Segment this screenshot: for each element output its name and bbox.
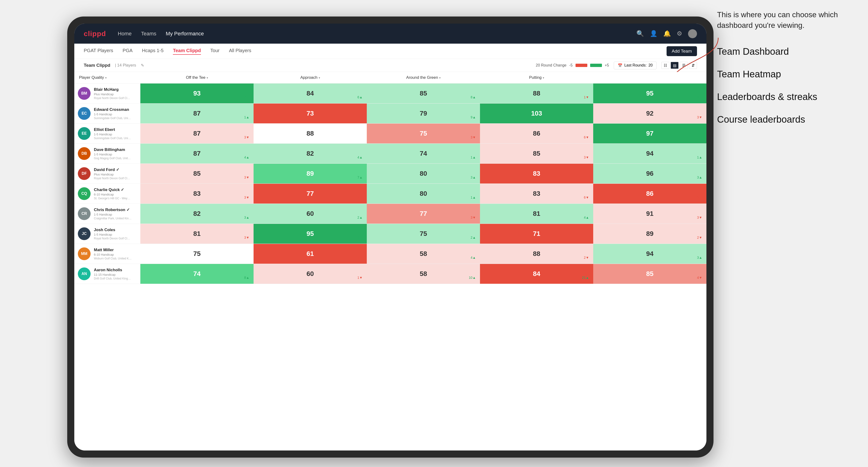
score-cell-1-3: 10315▲ [480,103,593,123]
player-details: Matt Miller6-10 HandicapWoburn Golf Club… [94,248,132,260]
player-club: Royal North Devon Golf Club, United King… [94,237,132,240]
player-quality-header[interactable]: Player Quality ▾ [74,74,140,81]
profile-icon[interactable]: 👤 [650,30,657,37]
score-cell-6-3: 814▲ [480,204,593,224]
score-value: 95 [646,90,653,97]
score-cell-1-0: 871▲ [140,103,253,123]
avatar: CQ [78,187,91,200]
table-row[interactable]: CRChris Robertson ✓1-5 HandicapCraigmill… [74,204,706,224]
secondary-navigation: PGAT Players PGA Hcaps 1-5 Team Clippd T… [74,44,706,59]
score-cell-8-4: 943▲ [593,244,706,264]
score-change: 3▼ [244,135,249,139]
last-rounds-button[interactable]: 📅 Last Rounds: 20 [614,62,657,69]
score-value: 83 [533,190,540,197]
nav-all-players[interactable]: All Players [229,48,251,55]
score-value: 80 [420,190,427,197]
pos-label: +5 [605,63,609,67]
player-handicap: 6-10 Handicap [94,193,132,196]
score-value: 81 [193,230,200,238]
score-value: 94 [646,150,653,157]
bell-icon[interactable]: 🔔 [663,30,671,37]
secondary-nav-links: PGAT Players PGA Hcaps 1-5 Team Clippd T… [84,48,666,55]
score-cell-5-1: 7714▼ [253,184,367,204]
table-row[interactable]: BMBlair McHargPlus HandicapRoyal North D… [74,84,706,103]
player-club: Sunningdale Golf Club, United Kingdom [94,136,132,140]
player-details: Chris Robertson ✓1-5 HandicapCraigmillar… [94,207,132,220]
nav-tour[interactable]: Tour [210,48,220,55]
score-value: 97 [646,130,653,137]
off-tee-header[interactable]: Off the Tee ▾ [140,74,253,81]
approach-header[interactable]: Approach ▾ [253,74,367,81]
table-row[interactable]: DBDave Billingham1-5 HandicapGog Magog G… [74,144,706,164]
score-value: 86 [533,130,540,137]
player-club: Woburn Golf Club, United Kingdom [94,257,132,260]
edit-icon[interactable]: ✎ [141,63,144,68]
table-row[interactable]: ANAaron Nicholls11-15 HandicapDrift Golf… [74,264,706,284]
score-cell-9-3: 8421▲ [480,264,593,284]
player-handicap: 11-15 Handicap [94,273,132,276]
score-cell-2-2: 753▼ [367,124,480,144]
nav-home[interactable]: Home [118,31,132,37]
score-value: 85 [533,150,540,157]
dashboard-option-3: Course leaderboards [717,113,854,126]
last-rounds-value: 20 [648,63,653,67]
score-value: 58 [420,250,427,257]
score-value: 81 [533,210,540,217]
score-value: 92 [646,110,653,117]
score-cell-9-1: 601▼ [253,264,367,284]
score-cell-1-1: 7311▼ [253,103,367,123]
score-value: 86 [646,190,653,197]
table-row[interactable]: CQCharlie Quick ✓6-10 HandicapSt. George… [74,184,706,204]
player-details: Dave Billingham1-5 HandicapGog Magog Gol… [94,148,132,160]
score-value: 75 [420,130,427,137]
avatar: EE [78,127,91,140]
sort-button[interactable]: ⇵ [689,62,697,69]
avatar: DB [78,147,91,160]
grid-view-button[interactable]: ☷ [661,62,670,69]
search-icon[interactable]: 🔍 [637,30,644,37]
top-navigation: clippd Home Teams My Performance 🔍 👤 🔔 ⚙ [74,24,706,44]
nav-pgat-players[interactable]: PGAT Players [84,48,113,55]
score-value: 60 [306,210,314,217]
score-cell-0-3: 881▼ [480,84,593,103]
round-change-label: 20 Round Change [536,63,566,67]
score-value: 73 [306,110,314,117]
dashboard-option-0: Team Dashboard [717,45,854,58]
score-cell-8-2: 584▲ [367,244,480,264]
player-name: Charlie Quick ✓ [94,187,132,192]
nav-hcaps[interactable]: Hcaps 1-5 [142,48,163,55]
user-avatar[interactable] [688,29,697,38]
pos-bar [590,64,602,67]
nav-pga[interactable]: PGA [123,48,132,55]
around-green-header[interactable]: Around the Green ▾ [367,74,480,81]
score-change: 4▲ [357,155,363,159]
score-value: 79 [420,110,427,117]
table-row[interactable]: JCJosh Coles1-5 HandicapRoyal North Devo… [74,224,706,244]
list-view-button[interactable]: ☰ [680,62,688,69]
table-row[interactable]: DFDavid Ford ✓Plus HandicapRoyal North D… [74,164,706,184]
settings-icon[interactable]: ⚙ [677,30,682,37]
player-club: Drift Golf Club, United Kingdom [94,277,132,280]
score-change: +4▲ [242,95,249,99]
putting-header[interactable]: Putting ▾ [480,74,593,81]
table-row[interactable]: ECEdward Crossman1-5 HandicapSunningdale… [74,103,706,124]
score-cell-8-3: 882▼ [480,244,593,264]
table-row[interactable]: EEElliot Ebert1-5 HandicapSunningdale Go… [74,124,706,144]
nav-my-performance[interactable]: My Performance [166,31,204,37]
add-team-button[interactable]: Add Team [666,46,697,56]
score-change: 5▲ [697,135,702,139]
score-value: 87 [193,130,200,137]
score-change: 1▲ [470,195,476,199]
score-value: 89 [646,230,653,238]
dashboard-option-1: Team Heatmap [717,67,854,81]
player-handicap: Plus Handicap [94,173,132,176]
nav-team-clippd[interactable]: Team Clippd [173,48,201,55]
logo[interactable]: clippd [84,30,106,38]
score-change: 8▲ [244,276,249,280]
column-headers: Player Quality ▾ Off the Tee ▾ Approach … [74,72,706,84]
heatmap-view-button[interactable]: ▤ [671,62,679,69]
table-row[interactable]: MMMatt Miller6-10 HandicapWoburn Golf Cl… [74,244,706,264]
nav-teams[interactable]: Teams [141,31,156,37]
score-cell-9-4: 854▼ [593,264,706,284]
score-change: 9▲ [470,115,476,119]
